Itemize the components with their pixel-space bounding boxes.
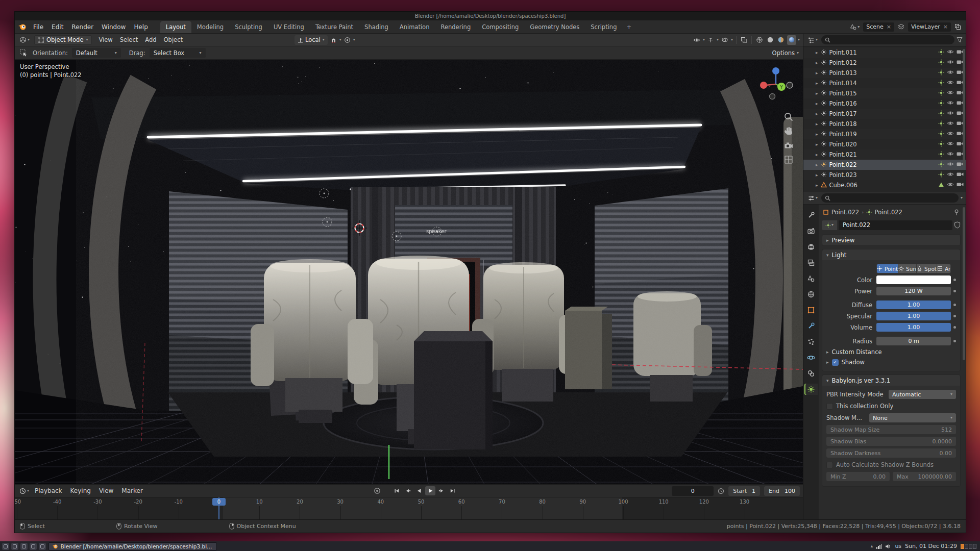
workspace-tab-layout[interactable]: Layout [160, 21, 191, 33]
outliner-item-name[interactable]: Point.013 [829, 69, 936, 77]
editor-type-properties-icon[interactable]: ▾ [806, 194, 819, 202]
view-layer-tab-icon[interactable] [804, 257, 818, 268]
pbr-intensity-dropdown[interactable]: Automatic▾ [889, 390, 956, 399]
viewport-nav-gizmo[interactable]: Y [757, 65, 795, 103]
outliner-row[interactable]: ▸Point.011 [803, 47, 966, 58]
outliner-row[interactable]: ▸Point.022 [803, 160, 966, 170]
fake-user-shield-icon[interactable] [954, 221, 961, 229]
hide-viewport-eye-icon[interactable] [947, 120, 954, 128]
scene-browse-button[interactable]: ▾ [848, 23, 861, 31]
shading-rendered-icon[interactable] [787, 35, 796, 45]
constraints-tab-icon[interactable] [804, 368, 818, 379]
outliner-item-name[interactable]: Point.022 [829, 161, 936, 168]
hide-viewport-eye-icon[interactable] [947, 80, 954, 87]
outliner-item-name[interactable]: Point.012 [829, 59, 936, 66]
disable-render-camera-icon[interactable] [957, 182, 964, 189]
diffuse-slider[interactable]: 1.00 [876, 300, 951, 309]
outliner-item-name[interactable]: Point.014 [829, 80, 936, 87]
new-view-layer-icon[interactable] [953, 23, 963, 31]
timeline-menu-keying[interactable]: Keying [66, 487, 95, 494]
playhead-badge[interactable]: 0 [212, 498, 226, 506]
animate-dot-icon[interactable] [953, 279, 956, 281]
light-type-sun-button[interactable]: Sun [898, 264, 917, 273]
collection-only-checkbox[interactable] [826, 403, 833, 410]
view-layer-field[interactable]: ViewLayer × [908, 22, 951, 32]
volume-slider[interactable]: 1.00 [876, 323, 951, 332]
preview-panel-header[interactable]: ▸ Preview [822, 235, 960, 245]
outliner-item-name[interactable]: Point.023 [829, 171, 936, 179]
light-type-area-button[interactable]: Area [937, 264, 951, 273]
particles-tab-icon[interactable] [804, 336, 818, 347]
radius-field[interactable]: 0 m [876, 337, 951, 345]
workspace-pager[interactable] [961, 544, 976, 549]
view-layer-icon[interactable] [896, 23, 906, 31]
object-data-tab-icon[interactable] [804, 384, 818, 395]
orientation-setting-dropdown[interactable]: Default ▾ [72, 48, 121, 58]
outliner-row[interactable]: ▸Point.016 [803, 98, 966, 109]
gizmo-neg-x-axis[interactable] [787, 82, 793, 88]
outliner-row[interactable]: ▸Point.012 [803, 58, 966, 68]
launcher-menu-icon[interactable] [2, 543, 9, 550]
outliner-row[interactable]: ▸Point.023 [803, 170, 966, 180]
outliner-scrollbar[interactable] [963, 49, 965, 166]
hide-viewport-eye-icon[interactable] [947, 110, 954, 117]
viewport-menu-add[interactable]: Add [141, 36, 160, 43]
light-type-spot-button[interactable]: Spot [917, 264, 937, 273]
expand-icon[interactable]: ▸ [816, 132, 818, 137]
animate-dot-icon[interactable] [953, 326, 956, 329]
timeline-menu-view[interactable]: View [95, 487, 117, 494]
launcher-editor-icon[interactable] [39, 543, 46, 550]
next-keyframe-button[interactable] [436, 486, 447, 495]
outliner-row[interactable]: ▸Point.015 [803, 88, 966, 98]
topbar-menu-file[interactable]: File [29, 20, 47, 33]
proportional-edit-icon[interactable] [343, 35, 352, 45]
light-panel-header[interactable]: ▾ Light [822, 249, 960, 260]
specular-slider[interactable]: 1.00 [876, 312, 951, 320]
shadow-checkbox[interactable]: ✓ [832, 359, 839, 366]
disable-render-camera-icon[interactable] [957, 171, 964, 179]
workspace-tab-animation[interactable]: Animation [394, 21, 435, 33]
view-layer-unlink-icon[interactable]: × [943, 23, 948, 30]
hide-viewport-eye-icon[interactable] [947, 69, 954, 77]
taskbar-task-button[interactable]: Blender [/home/amalie/Desktop/blender/sp… [48, 542, 217, 550]
properties-scrollbar[interactable] [963, 207, 965, 360]
workspace-tab-rendering[interactable]: Rendering [435, 21, 476, 33]
render-tab-icon[interactable] [804, 226, 818, 237]
topbar-menu-help[interactable]: Help [130, 20, 152, 33]
timeline-ruler[interactable]: -50-40-30-20-100102030405060708090100110… [15, 497, 803, 519]
gizmos-toggle-icon[interactable] [706, 35, 715, 45]
expand-icon[interactable]: ▸ [816, 142, 818, 147]
expand-icon[interactable]: ▸ [816, 152, 818, 157]
topbar-menu-render[interactable]: Render [67, 20, 97, 33]
hide-viewport-eye-icon[interactable] [947, 90, 954, 97]
overlays-toggle-icon[interactable] [720, 35, 729, 45]
viewport-menu-object[interactable]: Object [160, 36, 186, 43]
animate-dot-icon[interactable] [953, 340, 956, 342]
hide-viewport-eye-icon[interactable] [947, 182, 954, 189]
datablock-type-dropdown[interactable]: ▾ [822, 220, 837, 230]
jump-end-button[interactable] [448, 486, 458, 495]
editor-type-timeline-icon[interactable]: ▾ [18, 487, 31, 495]
expand-icon[interactable]: ▸ [816, 183, 818, 188]
hide-viewport-eye-icon[interactable] [947, 100, 954, 107]
keyboard-layout-indicator[interactable]: us [895, 543, 901, 549]
outliner-row[interactable]: ▸Point.018 [803, 119, 966, 129]
workspace-tab-texture-paint[interactable]: Texture Paint [310, 21, 359, 33]
outliner-item-name[interactable]: Point.017 [829, 110, 936, 117]
gizmo-x-axis[interactable] [760, 82, 767, 89]
outliner-row[interactable]: ▸Point.021 [803, 149, 966, 160]
proportional-options-chevron[interactable]: ▾ [353, 38, 355, 42]
drag-setting-dropdown[interactable]: Select Box ▾ [150, 48, 206, 58]
breadcrumb-data[interactable]: Point.022 [875, 209, 902, 216]
play-button[interactable] [425, 486, 435, 495]
outliner-item-name[interactable]: Point.018 [829, 120, 936, 128]
volume-icon[interactable] [886, 544, 891, 549]
outliner-row[interactable]: ▸Point.017 [803, 109, 966, 119]
output-tab-icon[interactable] [804, 241, 818, 253]
workspace-tab-scripting[interactable]: Scripting [585, 21, 622, 33]
network-icon[interactable] [876, 544, 882, 549]
scene-tab-icon[interactable] [804, 273, 818, 284]
shading-wireframe-icon[interactable] [755, 35, 764, 45]
prev-keyframe-button[interactable] [403, 486, 413, 495]
expand-icon[interactable]: ▸ [816, 60, 818, 65]
